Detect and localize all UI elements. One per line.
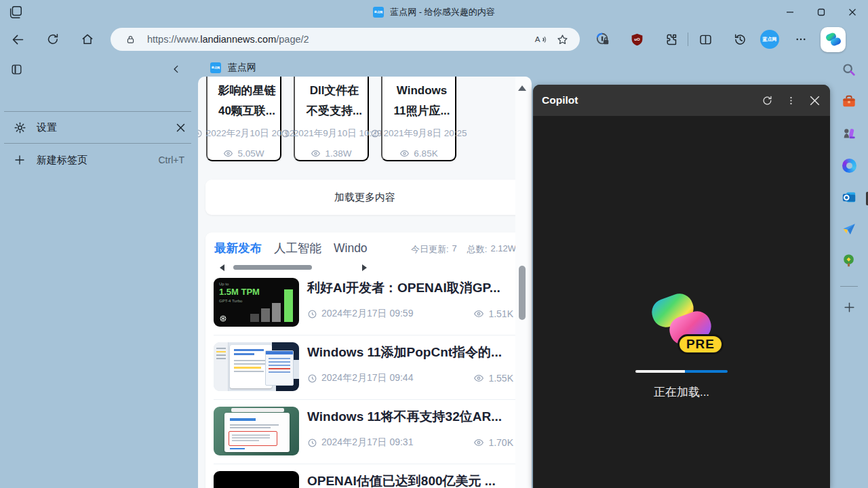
clock-icon [198,129,203,138]
outlook-icon[interactable] [840,190,858,205]
customize-sidebar-plus-icon[interactable] [840,300,858,314]
microsoft-365-icon[interactable] [840,158,858,173]
article-card[interactable]: Windows11照片应... 2021年9月8日 20:25 6.85K [381,77,456,161]
tab-favicon: 蓝点网 [210,62,221,73]
svg-text:A: A [535,35,540,43]
scroll-left-arrow[interactable] [220,264,224,271]
extensions-puzzle-icon[interactable] [658,27,684,52]
browser-window: 蓝点网 蓝点网 - 给你感兴趣的内容 [0,0,868,488]
list-separator [214,464,516,464]
tree-icon[interactable] [840,253,858,268]
profile-avatar[interactable]: 蓝点网 [760,30,779,49]
eye-icon [399,148,410,159]
copilot-loading-area: PRE 正在加载... [533,288,830,400]
article-thumbnail [214,471,299,488]
refresh-button[interactable] [41,27,65,52]
url-text: https://www.landiannews.com/page/2 [147,34,530,45]
copilot-panel: Copilot [533,85,830,488]
clock-icon [307,438,317,448]
feed-stats: 今日更新:7 总数:2.12W [411,241,516,256]
toolbar-separator [688,33,688,46]
sidebar-item-settings[interactable]: 设置 [0,114,198,141]
close-window-button[interactable] [837,0,868,24]
vertical-tabs-sidebar: 设置 新建标签页 Ctrl+T [0,54,198,488]
sidebar-divider [4,111,191,112]
edge-sidebar-rail [830,54,868,488]
scroll-right-arrow[interactable] [362,264,367,271]
window-controls [774,0,868,24]
history-icon[interactable] [727,27,753,52]
drop-paper-plane-icon[interactable] [840,222,858,237]
svg-text:uO: uO [634,36,640,41]
article-feed-card: 最新发布 人工智能 Windo 今日更新:7 总数:2.12W Up to 1. [205,232,524,488]
ublock-extension-icon[interactable]: uO [624,27,650,52]
horizontal-scroll-thumb[interactable] [233,265,312,270]
gear-icon [14,121,27,134]
copilot-close-icon[interactable] [804,90,825,110]
copilot-title: Copilot [542,94,578,106]
eye-icon [311,148,321,159]
window-title: 蓝点网 - 给你感兴趣的内容 [390,6,495,18]
scroll-up-arrow[interactable] [518,85,526,91]
tab-ai[interactable]: 人工智能 [274,240,321,256]
clock-icon [307,373,317,384]
article-list-item[interactable]: OPENAI估值已达到800亿美元 ... [214,471,516,488]
web-page: 影响的星链40颗互联... 2022年2月10日 20:12 5.05W Dll… [198,77,532,488]
settings-label: 设置 [37,121,171,134]
eye-icon [473,373,484,384]
eye-icon [473,308,484,319]
article-card[interactable]: 影响的星链40颗互联... 2022年2月10日 20:12 5.05W [206,77,281,161]
copilot-header: Copilot [533,85,830,116]
new-tab-label: 新建标签页 [37,154,159,167]
titlebar: 蓝点网 蓝点网 - 给你感兴趣的内容 [0,0,868,24]
rail-divider [840,286,858,287]
vertical-scroll-thumb[interactable] [519,266,526,320]
copilot-refresh-icon[interactable] [757,90,777,110]
openai-logo-icon [219,314,227,323]
tab-latest[interactable]: 最新发布 [214,240,262,256]
list-separator [214,399,516,400]
sidebar-item-new-tab[interactable]: 新建标签页 Ctrl+T [0,146,198,174]
article-card[interactable]: Dll文件在不受支持... 2021年9月10日 10:29 1.38W [294,77,369,161]
tab-activity-icon[interactable] [8,4,27,20]
tab-windows[interactable]: Windo [334,240,368,256]
password-manager-extension-icon[interactable] [590,27,616,52]
category-tabs: 最新发布 人工智能 Windo [214,240,385,256]
address-bar[interactable]: https://www.landiannews.com/page/2 A [111,28,580,51]
lock-icon[interactable] [123,29,138,49]
article-list-item[interactable]: Up to 1.5M TPM GPT-4 Turbo 利好AI开发者：OPENA… [214,278,516,327]
clock-icon [307,309,317,319]
clock-icon [281,129,290,138]
page-scrollbar[interactable] [515,77,530,488]
loading-text: 正在加载... [654,384,709,400]
tab-label: 蓝点网 [228,62,256,74]
close-settings-icon[interactable] [171,118,190,137]
briefcase-icon[interactable] [840,94,858,109]
new-tab-shortcut: Ctrl+T [159,155,185,165]
back-button[interactable] [5,27,30,52]
settings-more-icon[interactable] [788,27,814,52]
load-more-button[interactable]: 加载更多内容 [205,180,524,215]
clock-icon [370,129,380,138]
eye-icon [473,437,484,448]
article-list-item[interactable]: Windows 11添加PopCnt指令的... 2024年2月17日 09:4… [214,342,516,392]
active-tab[interactable]: 蓝点网 蓝点网 [210,60,256,75]
search-icon[interactable] [840,62,858,77]
sidebar-pane-icon[interactable] [7,60,26,79]
copilot-toolbar-button[interactable] [821,27,846,52]
list-separator [214,335,516,336]
toolbar: https://www.landiannews.com/page/2 A [0,24,868,54]
article-list-item[interactable]: Windows 11将不再支持32位AR... 2024年2月17日 09:31… [214,407,516,456]
split-screen-icon[interactable] [692,27,718,52]
site-favicon: 蓝点网 [373,7,384,18]
copilot-more-icon[interactable] [781,90,801,110]
favorite-star-icon[interactable] [551,29,573,49]
read-aloud-icon[interactable]: A [530,29,551,49]
loading-progress-bar [635,370,728,373]
minimize-button[interactable] [774,0,806,24]
pre-badge: PRE [677,334,724,354]
collapse-sidebar-icon[interactable] [167,60,186,79]
home-button[interactable] [75,27,100,52]
games-icon[interactable] [840,126,858,141]
maximize-button[interactable] [806,0,837,24]
